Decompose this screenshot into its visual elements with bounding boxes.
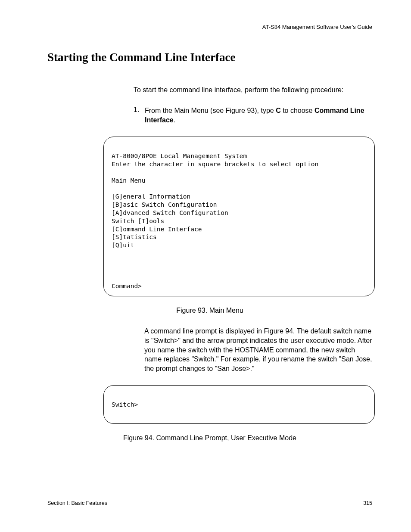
terminal-prompt: Switch> [103, 385, 375, 424]
t1-line6: [A]dvanced Switch Configuration [112, 209, 228, 216]
page-footer: Section I: Basic Features 315 [47, 500, 372, 506]
t1-line8: [C]ommand Line Interface [112, 226, 202, 233]
figure-93-caption: Figure 93. Main Menu [47, 307, 372, 314]
step-pre: From the Main Menu (see Figure 93), type [145, 107, 276, 114]
t1-line2: Enter the character in square brackets t… [112, 161, 318, 168]
footer-section: Section I: Basic Features [47, 500, 107, 506]
t2-prompt: Switch> [112, 401, 138, 408]
t1-line3: Main Menu [112, 177, 146, 184]
t1-line10: [Q]uit [112, 242, 134, 249]
t1-line5: [B]asic Switch Configuration [112, 201, 217, 208]
t1-line1: AT-8000/8POE Local Management System [112, 152, 247, 159]
step-number: 1. [134, 106, 145, 124]
running-header: AT-S84 Management Software User's Guide [47, 24, 372, 30]
step-1: 1. From the Main Menu (see Figure 93), t… [134, 106, 372, 124]
t1-line9: [S]tatistics [112, 233, 157, 240]
t1-prompt: Command> [112, 283, 142, 289]
paragraph-1: A command line prompt is displayed in Fi… [144, 327, 372, 373]
step-post: . [174, 116, 175, 124]
t1-line7: Switch [T]ools [112, 218, 164, 224]
footer-page-number: 315 [363, 500, 372, 506]
step-mid: to choose [281, 107, 314, 114]
step-key: C [276, 107, 281, 114]
terminal-main-menu: AT-8000/8POE Local Management System Ent… [103, 137, 375, 296]
t1-line4: [G]eneral Information [112, 193, 190, 200]
page: AT-S84 Management Software User's Guide … [0, 0, 411, 532]
figure-94-caption: Figure 94. Command Line Prompt, User Exe… [47, 434, 372, 442]
step-text: From the Main Menu (see Figure 93), type… [145, 106, 372, 124]
intro-text: To start the command line interface, per… [134, 86, 372, 94]
section-title: Starting the Command Line Interface [47, 51, 372, 67]
